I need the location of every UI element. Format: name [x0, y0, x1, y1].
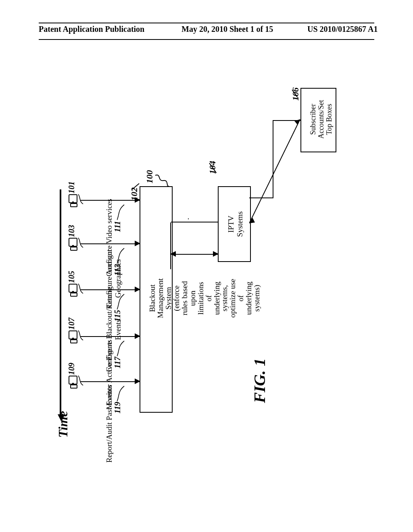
- leader-103-icon: [77, 237, 86, 253]
- ref-105: 105: [67, 271, 76, 283]
- leader-119-icon: [117, 384, 129, 405]
- time-axis: [60, 189, 61, 415]
- svg-line-1: [249, 119, 300, 223]
- leader-115-icon: [117, 293, 129, 313]
- link-bms-iptv: [170, 222, 171, 269]
- header-right: US 2010/0125867 A1: [307, 25, 378, 34]
- op5-arrow: [81, 381, 140, 382]
- op3-arrow: [81, 289, 140, 290]
- header-left: Patent Application Publication: [39, 25, 144, 34]
- computer-icon: [69, 194, 77, 206]
- op2-arrowhead-icon: [135, 241, 140, 246]
- computer-icon: [69, 376, 77, 388]
- ref-103: 103: [67, 225, 76, 237]
- arrowhead-to-bms-icon: [170, 251, 176, 257]
- computer-icon: [69, 330, 77, 343]
- op2-arrow: [81, 243, 140, 244]
- op1-arrow: [81, 200, 140, 201]
- ref-107: 107: [67, 318, 76, 330]
- op3-arrowhead-icon: [135, 287, 140, 292]
- connector-iptv-sub: [249, 117, 306, 230]
- patent-page: Patent Application Publication May 20, 2…: [0, 0, 413, 532]
- leader-101-icon: [77, 193, 86, 210]
- figure-1-diagram: FIG. 1 100 Blackout Management System (e…: [56, 69, 363, 431]
- ref-109: 109: [67, 363, 76, 375]
- op5-arrowhead-icon: [135, 378, 140, 384]
- arrowhead-to-iptv-icon: [213, 251, 219, 257]
- computer-icon: [69, 238, 77, 250]
- op4-arrowhead-icon: [135, 333, 140, 339]
- op5-label: Report/Audit Past Events: [105, 385, 114, 463]
- op1-arrowhead-icon: [135, 197, 140, 203]
- connector-bms-iptv: [171, 254, 218, 255]
- ref-101: 101: [67, 181, 76, 193]
- computer-icon: [69, 284, 77, 296]
- leader-109-icon: [77, 375, 86, 391]
- header-rule-top: [39, 23, 374, 23]
- time-label: Time: [56, 411, 71, 438]
- leader-105-icon: [77, 283, 86, 299]
- svg-marker-2: [249, 218, 255, 223]
- subscriber-label: Subscriber Accounts/Set Top Boxes: [309, 91, 333, 148]
- svg-marker-3: [294, 119, 300, 125]
- leader-107-icon: [77, 330, 86, 346]
- header-rule-bottom: [39, 39, 374, 40]
- iptv-label: IPTV Systems: [227, 192, 244, 256]
- op4-arrow: [81, 336, 140, 337]
- leader-111-icon: [117, 203, 129, 223]
- leader-117-icon: [117, 339, 129, 360]
- leader-113-icon: [117, 247, 129, 267]
- header-center: May 20, 2010 Sheet 1 of 15: [181, 25, 273, 34]
